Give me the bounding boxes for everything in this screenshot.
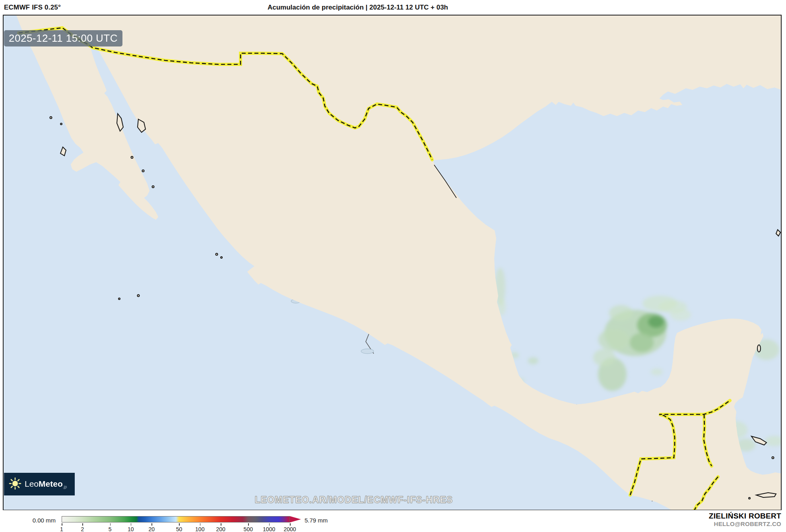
legend-tick xyxy=(151,523,152,526)
watermark-text: LEOMETEO.AR/MODEL/ECMWF-IFS-HRES xyxy=(255,495,453,505)
legend-tick xyxy=(248,523,249,526)
legend-tick-label: 10 xyxy=(128,526,134,532)
legend-tick-label: 20 xyxy=(148,526,155,532)
legend-tick xyxy=(62,523,62,526)
legend-tick-label: 2 xyxy=(81,526,84,532)
logo-text: LeoMeteo.jp xyxy=(25,479,67,489)
precipitation-map xyxy=(0,0,786,532)
legend-min-label: 0.00 mm xyxy=(16,517,56,524)
attribution: ZIELIŃSKI ROBERT HELLO@ROBERTZ.CO xyxy=(709,512,781,527)
legend-colorbar xyxy=(62,516,290,522)
logo-tld: .jp xyxy=(63,485,67,489)
leometeo-logo: LeoMeteo.jp xyxy=(4,473,75,495)
legend-tick xyxy=(179,523,180,526)
legend-tick-label: 100 xyxy=(195,526,204,532)
timestamp-badge: 2025-12-11 15:00 UTC xyxy=(4,30,122,46)
author-name: ZIELIŃSKI ROBERT xyxy=(709,512,781,520)
logo-suffix: Meteo xyxy=(39,479,63,488)
legend-tick-label: 1000 xyxy=(263,526,275,532)
legend-tick xyxy=(131,523,132,526)
legend-tick xyxy=(290,523,291,526)
legend-tick xyxy=(200,523,201,526)
logo-prefix: Leo xyxy=(25,479,39,488)
legend-tick-label: 500 xyxy=(244,526,253,532)
legend-tick-label: 1 xyxy=(60,526,63,532)
legend-tick-label: 5 xyxy=(109,526,112,532)
legend-tick xyxy=(269,523,270,526)
author-contact: HELLO@ROBERTZ.CO xyxy=(709,520,781,527)
legend-tick-label: 50 xyxy=(176,526,182,532)
precipitation-legend: 0.00 mm 5.79 mm 125102050100200500100020… xyxy=(0,510,786,532)
legend-max-label: 5.79 mm xyxy=(305,517,328,524)
legend-tick xyxy=(221,523,221,526)
legend-arrow xyxy=(290,516,301,522)
map-stage: 2025-12-11 15:00 UTC LEOMETEO.AR/MODEL/E… xyxy=(0,0,786,532)
legend-tick xyxy=(82,523,83,526)
legend-tick-label: 2000 xyxy=(283,526,296,532)
sun-icon xyxy=(9,477,21,491)
legend-tick-label: 200 xyxy=(216,526,225,532)
weather-map-page: ECMWF IFS 0.25° Acumulación de precipita… xyxy=(0,0,786,532)
legend-tick xyxy=(110,523,111,526)
